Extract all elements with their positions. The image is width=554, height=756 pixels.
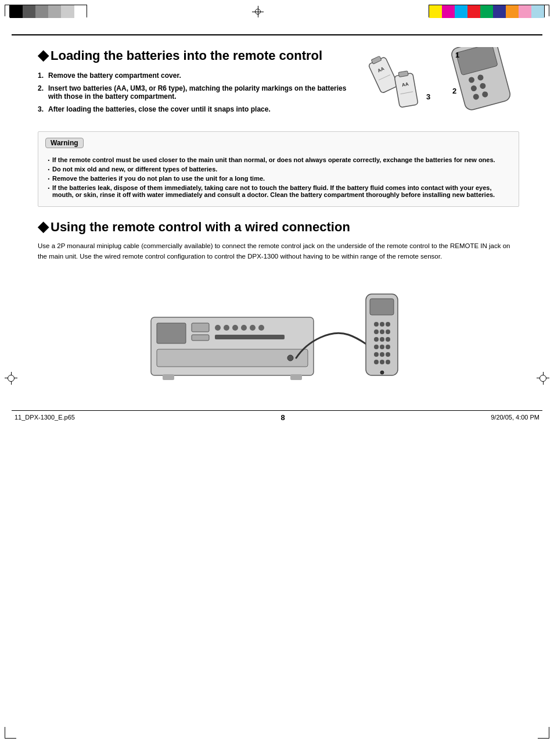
svg-point-54 bbox=[380, 371, 384, 374]
svg-point-36 bbox=[374, 322, 379, 327]
svg-point-53 bbox=[386, 360, 390, 364]
svg-point-50 bbox=[386, 352, 390, 357]
svg-point-37 bbox=[380, 322, 384, 327]
step-1-text: Remove the battery compartment cover. bbox=[48, 71, 357, 80]
corner-br bbox=[538, 727, 549, 739]
loading-section: ◆ Loading the batteries into the remote … bbox=[38, 47, 519, 123]
svg-point-40 bbox=[380, 329, 384, 334]
svg-point-44 bbox=[386, 337, 390, 342]
step-3: 3. After loading the batteries, close th… bbox=[38, 105, 357, 113]
steps-column: ◆ Loading the batteries into the remote … bbox=[38, 47, 357, 119]
warning-section: Warning If the remote control must be us… bbox=[38, 131, 519, 207]
step-3-text: After loading the batteries, close the c… bbox=[48, 105, 357, 113]
crosshair-right bbox=[537, 372, 549, 385]
wired-connection-svg bbox=[139, 271, 418, 387]
svg-point-49 bbox=[380, 352, 384, 357]
swatch-white bbox=[74, 5, 87, 18]
swatch-red bbox=[467, 5, 480, 18]
corner-bl bbox=[5, 727, 16, 739]
svg-rect-35 bbox=[370, 299, 394, 315]
svg-point-26 bbox=[241, 325, 247, 331]
remote-diagram bbox=[38, 271, 519, 387]
warning-item-3: Remove the batteries if you do not plan … bbox=[45, 175, 512, 182]
swatch-gray4 bbox=[61, 5, 74, 18]
svg-point-27 bbox=[250, 325, 256, 331]
step-2-num: 2. bbox=[38, 84, 48, 101]
section2-heading: ◆ Using the remote control with a wired … bbox=[38, 218, 519, 235]
svg-point-46 bbox=[380, 345, 384, 349]
steps-list: 1. Remove the battery compartment cover.… bbox=[38, 71, 357, 113]
swatch-green bbox=[480, 5, 493, 18]
swatch-cyan bbox=[455, 5, 467, 18]
swatch-gray1 bbox=[23, 5, 35, 18]
svg-rect-30 bbox=[157, 349, 308, 367]
step-3-num: 3. bbox=[38, 105, 48, 113]
svg-point-24 bbox=[224, 325, 229, 331]
corner-tl bbox=[5, 5, 16, 16]
svg-point-42 bbox=[374, 337, 379, 342]
swatch-pink bbox=[519, 5, 531, 18]
svg-point-51 bbox=[374, 360, 379, 364]
svg-point-28 bbox=[258, 325, 264, 331]
battery-diagram-svg: AA AA 1 3 2 bbox=[362, 47, 513, 123]
swatch-orange bbox=[506, 5, 519, 18]
page-number: 8 bbox=[280, 413, 285, 422]
section2-title: Using the remote control with a wired co… bbox=[51, 220, 350, 235]
warning-item-4: If the batteries leak, dispose of them i… bbox=[45, 184, 512, 198]
svg-point-38 bbox=[386, 322, 390, 327]
swatch-magenta bbox=[442, 5, 455, 18]
svg-rect-20 bbox=[157, 323, 186, 343]
svg-point-43 bbox=[380, 337, 384, 342]
svg-point-31 bbox=[287, 355, 293, 361]
footer-right: 9/20/05, 4:00 PM bbox=[491, 414, 539, 421]
color-bar-right bbox=[429, 5, 545, 17]
svg-point-39 bbox=[374, 329, 379, 334]
svg-text:3: 3 bbox=[426, 92, 430, 101]
svg-point-45 bbox=[374, 345, 379, 349]
step-1: 1. Remove the battery compartment cover. bbox=[38, 71, 357, 80]
warning-items-list: If the remote control must be used close… bbox=[45, 156, 512, 198]
svg-text:1: 1 bbox=[455, 51, 459, 59]
svg-rect-21 bbox=[192, 323, 209, 332]
svg-point-25 bbox=[232, 325, 238, 331]
svg-point-47 bbox=[386, 345, 390, 349]
warning-item-1: If the remote control must be used close… bbox=[45, 156, 512, 163]
svg-rect-33 bbox=[290, 374, 302, 380]
footer: 11_DPX-1300_E.p65 8 9/20/05, 4:00 PM bbox=[0, 411, 554, 424]
svg-point-23 bbox=[215, 325, 221, 331]
section1-heading: ◆ Loading the batteries into the remote … bbox=[38, 47, 357, 63]
svg-rect-29 bbox=[215, 335, 285, 339]
svg-rect-22 bbox=[192, 335, 209, 341]
swatch-gray2 bbox=[35, 5, 48, 18]
main-content: ◆ Loading the batteries into the remote … bbox=[0, 35, 554, 410]
footer-left: 11_DPX-1300_E.p65 bbox=[15, 414, 75, 421]
step-2-text: Insert two batteries (AA, UM3, or R6 typ… bbox=[48, 84, 357, 101]
svg-rect-12 bbox=[394, 73, 418, 108]
swatch-yellow bbox=[429, 5, 442, 18]
warning-badge: Warning bbox=[45, 138, 84, 148]
diamond-marker-1: ◆ bbox=[38, 47, 48, 63]
svg-point-48 bbox=[374, 352, 379, 357]
section1-title: Loading the batteries into the remote co… bbox=[51, 48, 322, 63]
corner-tr bbox=[538, 5, 549, 16]
svg-rect-32 bbox=[163, 374, 174, 380]
crosshair-top bbox=[252, 6, 264, 17]
color-bar-left bbox=[9, 5, 87, 17]
page-container: ◆ Loading the batteries into the remote … bbox=[0, 0, 554, 756]
diagram-column: AA AA 1 3 2 bbox=[357, 47, 519, 123]
crosshair-left bbox=[5, 372, 17, 385]
svg-point-52 bbox=[380, 360, 384, 364]
step-1-num: 1. bbox=[38, 71, 48, 80]
svg-text:2: 2 bbox=[452, 87, 456, 95]
warning-item-2: Do not mix old and new, or different typ… bbox=[45, 166, 512, 173]
svg-point-41 bbox=[386, 329, 390, 334]
section2-body: Use a 2P monaural miniplug cable (commer… bbox=[38, 241, 519, 262]
swatch-gray3 bbox=[48, 5, 61, 18]
swatch-blue bbox=[493, 5, 506, 18]
diamond-marker-2: ◆ bbox=[38, 218, 48, 235]
step-2: 2. Insert two batteries (AA, UM3, or R6 … bbox=[38, 84, 357, 101]
top-bar bbox=[0, 0, 554, 32]
